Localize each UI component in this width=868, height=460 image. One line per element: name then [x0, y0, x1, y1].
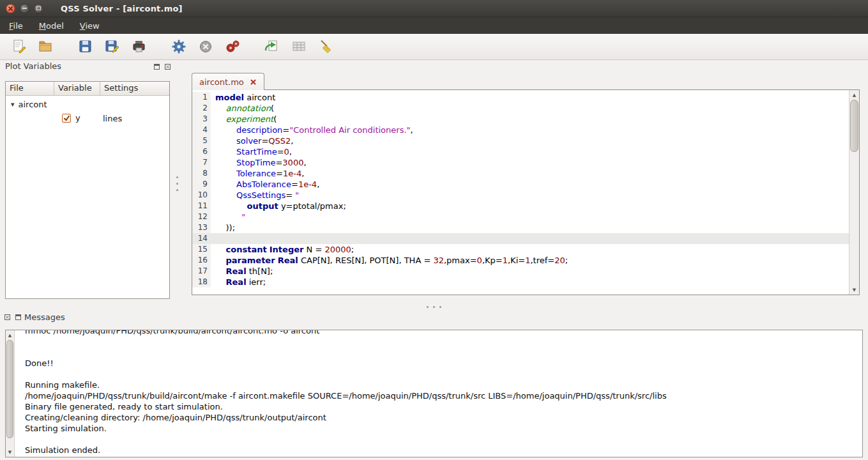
- code-line[interactable]: 16 parameter Real CAP[N], RES[N], POT[N]…: [192, 255, 849, 266]
- print-log-button[interactable]: [128, 36, 151, 57]
- code-line[interactable]: 11 output y=ptotal/pmax;: [192, 201, 849, 211]
- clean-build-button[interactable]: [314, 36, 337, 57]
- message-line: [25, 336, 857, 347]
- code-line[interactable]: 6 StartTime=0,: [192, 146, 849, 157]
- messages-caption-icons: [4, 314, 22, 321]
- line-number: 13: [192, 222, 211, 233]
- tab-close-button[interactable]: [250, 79, 257, 86]
- expander-icon[interactable]: ▾: [11, 100, 15, 109]
- code-line[interactable]: 2 annotation(: [192, 103, 849, 114]
- simulate-gears-icon: [224, 38, 241, 55]
- line-number: 4: [192, 125, 211, 135]
- line-number: 15: [192, 244, 211, 255]
- menubar: File Model View: [0, 17, 868, 34]
- window-title: QSS Solver - [aircont.mo]: [61, 4, 183, 13]
- open-folder-icon: [38, 38, 54, 55]
- code-line[interactable]: 18 Real ierr;: [192, 277, 849, 288]
- line-number: 11: [192, 201, 211, 211]
- message-line: Simulation ended.: [25, 445, 857, 456]
- column-header-variable[interactable]: Variable: [54, 82, 100, 95]
- line-number: 12: [192, 211, 211, 222]
- close-button[interactable]: [6, 4, 15, 13]
- code-line[interactable]: 12 ": [192, 211, 849, 222]
- code-line[interactable]: 15 constant Integer N = 20000;: [192, 244, 849, 255]
- code-line[interactable]: 10 QssSettings= ": [192, 190, 849, 201]
- tab-aircont-mo[interactable]: aircont.mo: [192, 73, 264, 90]
- code-line[interactable]: 4 description="Controlled Air conditione…: [192, 125, 849, 135]
- vertical-splitter[interactable]: [175, 174, 179, 199]
- clean-broom-icon: [317, 38, 334, 55]
- code-line[interactable]: 13 ));: [192, 222, 849, 233]
- save-button[interactable]: [74, 36, 97, 57]
- build-gear-icon: [171, 38, 187, 55]
- line-number: 8: [192, 168, 211, 179]
- scroll-down-icon[interactable]: ▼: [849, 286, 859, 294]
- code-line[interactable]: 14: [192, 233, 849, 244]
- plot-variables-panel: File Variable Settings ▾ aircont y lines: [5, 81, 170, 299]
- scroll-down-icon[interactable]: ▼: [6, 448, 14, 456]
- import-icon: [264, 38, 280, 55]
- line-number: 7: [192, 157, 211, 168]
- import-button[interactable]: [261, 36, 284, 57]
- menu-view[interactable]: View: [73, 19, 107, 33]
- message-line: Starting simulation.: [25, 423, 857, 434]
- build-button[interactable]: [167, 36, 190, 57]
- new-model-button[interactable]: [8, 36, 31, 57]
- code-line[interactable]: 7 StopTime=3000,: [192, 157, 849, 168]
- line-number: 17: [192, 266, 211, 277]
- check-icon: [63, 114, 70, 121]
- plot-variables-caption: Plot Variables: [5, 61, 61, 71]
- tree-item-variable[interactable]: y: [62, 113, 80, 123]
- grid-button[interactable]: [287, 36, 310, 57]
- tab-close-icon: [250, 79, 257, 86]
- maximize-button[interactable]: [34, 4, 43, 13]
- scroll-up-icon[interactable]: ▲: [849, 91, 859, 99]
- code-line[interactable]: 17 Real th[N];: [192, 266, 849, 277]
- menu-model[interactable]: Model: [32, 19, 71, 33]
- code-line[interactable]: 9 AbsTolerance=1e-4,: [192, 179, 849, 190]
- menu-file[interactable]: File: [2, 19, 30, 33]
- minimize-button[interactable]: [20, 4, 29, 13]
- tree-item-file[interactable]: ▾ aircont: [11, 100, 47, 109]
- messages-text[interactable]: mmoc /home/joaquin/PHD/qss/trunk/build/a…: [14, 330, 862, 457]
- message-line: [25, 434, 857, 445]
- scroll-up-icon[interactable]: ▲: [6, 331, 14, 339]
- code-line[interactable]: 3 experiment(: [192, 114, 849, 125]
- simulate-button[interactable]: [221, 36, 244, 57]
- horizontal-splitter[interactable]: [424, 305, 450, 309]
- code-line[interactable]: 8 Tolerance=1e-4,: [192, 168, 849, 179]
- message-line: mmoc /home/joaquin/PHD/qss/trunk/build/a…: [25, 330, 857, 336]
- close-panel-icon[interactable]: [164, 63, 171, 70]
- variable-checkbox[interactable]: [62, 114, 71, 123]
- plot-variables-header: File Variable Settings: [6, 82, 169, 96]
- scrollbar-thumb[interactable]: [850, 100, 858, 152]
- column-header-file[interactable]: File: [6, 82, 54, 95]
- messages-vertical-scrollbar[interactable]: ▲ ▼: [6, 330, 15, 457]
- message-line: Done!!: [25, 358, 857, 369]
- line-number: 14: [192, 233, 211, 244]
- code-line[interactable]: 5 solver=QSS2,: [192, 135, 849, 146]
- message-line: Creating/cleaning directory: /home/joaqu…: [25, 412, 857, 423]
- messages-panel: ▲ ▼ mmoc /home/joaquin/PHD/qss/trunk/bui…: [5, 330, 863, 457]
- abort-button[interactable]: [194, 36, 217, 57]
- save-icon: [77, 38, 94, 55]
- float-panel-icon[interactable]: [153, 63, 160, 70]
- line-number: 1: [192, 92, 211, 103]
- code-lines[interactable]: 1model aircont2 annotation(3 experiment(…: [192, 90, 849, 295]
- code-line[interactable]: 1model aircont: [192, 92, 849, 103]
- float-messages-icon[interactable]: [15, 314, 22, 321]
- editor-vertical-scrollbar[interactable]: ▲ ▼: [849, 90, 859, 295]
- message-line: [25, 347, 857, 358]
- titlebar: QSS Solver - [aircont.mo]: [0, 0, 868, 17]
- open-model-button[interactable]: [34, 36, 57, 57]
- close-messages-icon[interactable]: [4, 314, 11, 321]
- save-as-button[interactable]: [101, 36, 124, 57]
- message-line: /home/joaquin/PHD/qss/trunk/build/aircon…: [25, 390, 857, 401]
- variable-settings[interactable]: lines: [103, 114, 122, 123]
- variable-name: y: [75, 113, 80, 123]
- message-line: [25, 369, 857, 379]
- scrollbar-thumb[interactable]: [6, 340, 13, 438]
- column-header-settings[interactable]: Settings: [100, 82, 169, 95]
- minimize-icon: [22, 8, 27, 9]
- line-number: 3: [192, 114, 211, 125]
